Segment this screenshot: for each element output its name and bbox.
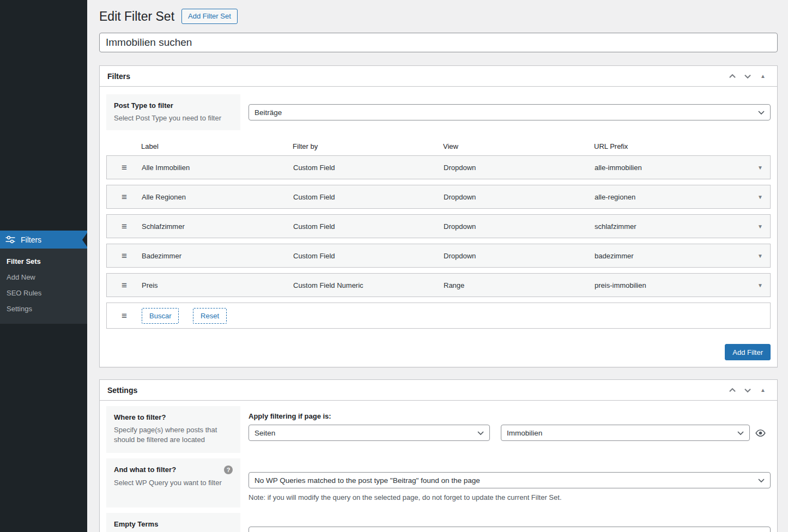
what-field: No WP Queries matched to the post type "… [248,458,771,507]
filter-row[interactable]: ≡ Alle Regionen Custom Field Dropdown al… [106,185,771,209]
filter-row-label: Alle Regionen [142,193,293,201]
post-type-description: Select Post Type you need to filter [114,113,233,123]
post-type-label: Post Type to filter [114,101,233,110]
header-spacer [751,142,771,150]
add-filter-wrap: Add Filter [106,344,771,360]
page-select[interactable]: Immobilien [501,425,750,441]
what-label-head: And what to filter? ? [114,466,233,474]
eye-icon [755,427,766,439]
move-up-icon[interactable] [726,384,739,397]
post-type-select-value: Beiträge [254,108,757,117]
col-header-url-prefix: URL Prefix [594,142,751,150]
add-filter-set-button[interactable]: Add Filter Set [181,9,238,24]
page-type-select[interactable]: Seiten [248,425,490,441]
drag-handle-icon[interactable]: ≡ [122,311,127,321]
chevron-down-icon [757,476,766,485]
drag-handle-icon[interactable]: ≡ [122,281,127,290]
row-expand-caret[interactable]: ▼ [757,194,763,200]
what-to-filter-row: And what to filter? ? Select WP Query yo… [106,458,771,507]
filter-row-view: Range [444,281,595,289]
filters-metabox-title: Filters [107,72,130,81]
wp-query-select-value: No WP Queries matched to the post type "… [254,476,757,485]
metabox-actions: ▲ [726,384,769,397]
wp-query-note: Note: if you will modify the query on th… [248,493,771,501]
chevron-down-icon [757,108,766,117]
page-title: Edit Filter Set [99,8,174,25]
settings-metabox-title: Settings [107,386,137,395]
preview-page-button[interactable] [755,427,766,439]
wp-query-select[interactable]: No WP Queries matched to the post type "… [248,472,771,488]
filters-metabox-header: Filters ▲ [100,66,777,87]
filter-row-view: Dropdown [444,193,595,201]
collapse-toggle-icon[interactable]: ▲ [756,384,769,397]
filter-row-url-prefix: badezimmer [595,252,750,260]
sidebar-submenu: Filter Sets Add New SEO Rules Settings [0,249,87,324]
where-label: Where to filter? [114,413,233,421]
drag-handle-icon[interactable]: ≡ [122,251,127,261]
drag-handle-icon[interactable]: ≡ [122,163,127,172]
drag-handle-icon[interactable]: ≡ [122,222,127,231]
filter-row-url-prefix: alle-regionen [595,193,750,201]
move-up-icon[interactable] [726,70,739,83]
sidebar-item-filters[interactable]: Filters [0,231,87,249]
sidebar-item-seo-rules[interactable]: SEO Rules [0,285,87,301]
where-to-filter-row: Where to filter? Specify page(s) where p… [106,406,771,453]
empty-terms-select[interactable] [248,527,771,532]
filter-row-view: Dropdown [444,222,595,231]
move-down-icon[interactable] [741,384,754,397]
filter-row-filter-by: Custom Field [293,193,444,201]
row-expand-caret[interactable]: ▼ [757,253,763,259]
metabox-actions: ▲ [726,70,769,83]
empty-terms-label-block: Empty Terms [106,513,240,532]
drag-handle-icon[interactable]: ≡ [122,192,127,202]
filter-row-label: Preis [142,281,293,289]
filters-metabox-body: Post Type to filter Select Post Type you… [100,87,777,367]
post-type-select[interactable]: Beiträge [248,104,771,120]
page-type-select-value: Seiten [254,429,476,437]
sidebar-item-settings[interactable]: Settings [0,301,87,317]
col-header-filter-by: Filter by [293,142,443,150]
post-type-field: Beiträge [248,94,771,130]
where-label-block: Where to filter? Specify page(s) where p… [106,406,240,453]
admin-sidebar: Filters Filter Sets Add New SEO Rules Se… [0,0,87,532]
settings-metabox-header: Settings ▲ [100,380,777,401]
active-menu-arrow [82,233,87,247]
filter-sliders-icon [5,234,16,245]
header-spacer [106,142,141,150]
col-header-view: View [443,142,594,150]
sidebar-item-add-new[interactable]: Add New [0,269,87,285]
sidebar-item-filters-label: Filters [21,235,41,244]
row-expand-caret[interactable]: ▼ [757,282,763,288]
filter-row-view: Dropdown [444,164,595,172]
empty-terms-row: Empty Terms [106,513,771,532]
filter-row[interactable]: ≡ Alle Immobilien Custom Field Dropdown … [106,155,771,179]
what-label: And what to filter? [114,466,176,474]
what-label-block: And what to filter? ? Select WP Query yo… [106,458,240,507]
filter-row-url-prefix: alle-immobilien [595,164,750,172]
sidebar-item-filter-sets[interactable]: Filter Sets [0,253,87,269]
filter-buttons-cell: Buscar Reset [142,308,770,324]
filter-row-label: Schlafzimmer [142,222,293,231]
move-down-icon[interactable] [741,70,754,83]
chevron-down-icon [736,428,745,437]
filter-row[interactable]: ≡ Preis Custom Field Numeric Range preis… [106,273,771,297]
row-expand-caret[interactable]: ▼ [757,165,763,171]
settings-metabox: Settings ▲ Where to filter? Specify page… [99,379,778,532]
row-expand-caret[interactable]: ▼ [757,223,763,229]
reset-button[interactable]: Reset [193,308,227,324]
filter-row-label: Alle Immobilien [142,164,293,172]
collapse-toggle-icon[interactable]: ▲ [756,70,769,83]
apply-selects-row: Seiten Immobilien [248,425,771,441]
filter-row[interactable]: ≡ Schlafzimmer Custom Field Dropdown sch… [106,214,771,238]
where-field: Apply filtering if page is: Seiten Immob… [248,406,771,453]
filter-row-url-prefix: preis-immobilien [595,281,750,289]
filter-row[interactable]: ≡ Badezimmer Custom Field Dropdown badez… [106,244,771,268]
buscar-button[interactable]: Buscar [142,308,179,324]
filters-metabox: Filters ▲ Post Type to filter Select Pos… [99,65,778,367]
add-filter-button[interactable]: Add Filter [725,344,771,360]
help-icon[interactable]: ? [224,466,233,474]
col-header-label: Label [141,142,293,150]
filter-row-filter-by: Custom Field [293,164,444,172]
post-type-label-block: Post Type to filter Select Post Type you… [106,94,240,130]
filter-set-title-input[interactable] [99,33,778,52]
